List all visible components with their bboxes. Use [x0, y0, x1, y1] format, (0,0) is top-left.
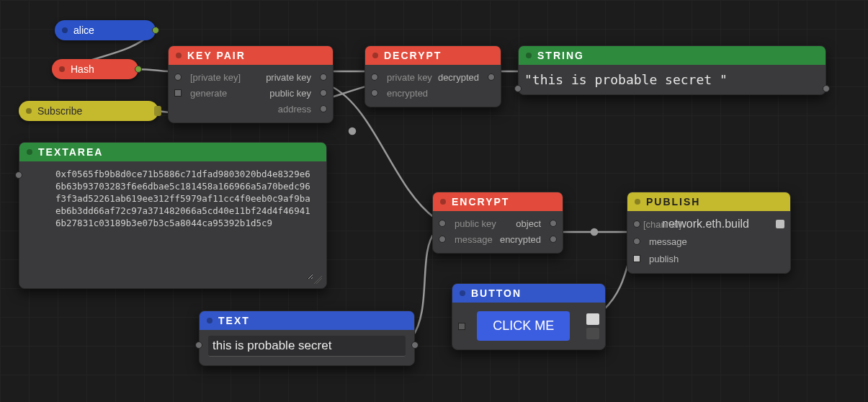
output-label: address — [278, 104, 311, 115]
input-label: message — [649, 236, 687, 247]
node-string[interactable]: STRING "this is probable secret " — [518, 45, 826, 95]
pill-label: alice — [73, 24, 94, 36]
node-title-bar[interactable]: TEXTAREA — [19, 143, 326, 161]
node-pill-hash[interactable]: Hash — [52, 59, 138, 79]
output-label: public key — [269, 88, 311, 99]
output-port[interactable] — [586, 328, 599, 339]
pill-label: Subscribe — [37, 105, 82, 117]
pill-label: Hash — [71, 63, 94, 75]
node-title-bar[interactable]: BUTTON — [452, 284, 605, 303]
input-port-encrypted[interactable] — [371, 89, 378, 97]
output-label: encrypted — [500, 234, 541, 245]
node-decrypt[interactable]: DECRYPT private key decrypted encrypted — [364, 45, 501, 107]
output-port-address[interactable] — [320, 105, 327, 112]
node-pill-alice[interactable]: alice — [55, 20, 156, 40]
input-port[interactable] — [458, 323, 465, 330]
input-port[interactable] — [15, 171, 22, 179]
node-keypair[interactable]: KEY PAIR [private key] private key gener… — [168, 45, 334, 123]
output-label: private key — [266, 72, 311, 83]
textarea-value[interactable]: 0xf0565fb9b8d0ce71b5886c71dfad9803020bd4… — [54, 166, 313, 280]
node-button[interactable]: BUTTON CLICK ME — [452, 283, 606, 350]
input-port-private-key[interactable] — [371, 73, 378, 81]
input-label: publish — [649, 254, 679, 264]
collapse-dot-icon[interactable] — [440, 199, 446, 205]
input-label: encrypted — [387, 88, 428, 99]
node-title-bar[interactable]: PUBLISH — [627, 192, 790, 211]
input-port-message[interactable] — [439, 236, 446, 243]
port-dot — [59, 66, 65, 72]
input-port-public-key[interactable] — [439, 220, 446, 227]
input-label: generate — [190, 88, 227, 99]
input-port-message[interactable] — [633, 238, 640, 245]
output-port-private-key[interactable] — [320, 73, 327, 81]
output-port[interactable] — [411, 341, 419, 349]
node-title: DECRYPT — [384, 50, 442, 61]
node-title: ENCRYPT — [452, 196, 509, 207]
output-port[interactable] — [823, 85, 830, 92]
node-title-bar[interactable]: TEXT — [200, 311, 414, 330]
node-title: STRING — [537, 50, 584, 61]
output-port[interactable] — [152, 27, 159, 34]
port-dot — [26, 108, 32, 114]
collapse-dot-icon[interactable] — [460, 290, 465, 296]
input-label: message — [455, 234, 493, 245]
node-title-bar[interactable]: KEY PAIR — [169, 46, 333, 65]
node-encrypt[interactable]: ENCRYPT public key object message encryp… — [432, 192, 563, 254]
node-text[interactable]: TEXT — [199, 311, 415, 366]
input-port-private-key[interactable] — [174, 73, 182, 81]
output-port[interactable] — [586, 313, 599, 325]
text-input[interactable] — [208, 336, 406, 357]
output-port-decrypted[interactable] — [488, 73, 495, 81]
input-port[interactable] — [514, 85, 522, 92]
node-publish[interactable]: PUBLISH [channel] network.eth.build mess… — [627, 192, 791, 274]
input-port-generate[interactable] — [174, 89, 182, 97]
output-port-encrypted[interactable] — [550, 236, 557, 243]
click-me-button[interactable]: CLICK ME — [477, 311, 570, 341]
node-textarea[interactable]: TEXTAREA 0xf0565fb9b8d0ce71b5886c71dfad9… — [19, 142, 327, 289]
string-value: "this is probable secret " — [519, 65, 826, 94]
node-title: KEY PAIR — [187, 50, 246, 61]
collapse-dot-icon[interactable] — [176, 53, 182, 58]
output-port-public-key[interactable] — [320, 89, 327, 97]
output-port-object[interactable] — [550, 220, 557, 227]
node-pill-subscribe[interactable]: Subscribe — [19, 101, 158, 121]
input-label: private key — [387, 72, 432, 83]
input-port[interactable] — [195, 341, 202, 349]
input-port-channel[interactable] — [633, 220, 640, 228]
node-title-bar[interactable]: STRING — [519, 46, 826, 65]
output-port[interactable] — [776, 220, 784, 228]
node-title-bar[interactable]: DECRYPT — [365, 46, 501, 65]
node-title-bar[interactable]: ENCRYPT — [433, 192, 563, 211]
collapse-dot-icon[interactable] — [526, 53, 532, 58]
port-dot — [62, 27, 68, 33]
output-port[interactable] — [154, 106, 161, 116]
output-label: object — [516, 218, 541, 229]
collapse-dot-icon[interactable] — [372, 53, 378, 58]
collapse-dot-icon[interactable] — [207, 318, 212, 323]
input-label: public key — [455, 218, 496, 229]
node-title: PUBLISH — [646, 196, 700, 207]
node-title: BUTTON — [471, 287, 522, 299]
node-title: TEXT — [218, 315, 250, 326]
trigger-port-publish[interactable] — [633, 255, 640, 262]
resize-handle-icon[interactable] — [313, 275, 322, 284]
output-port[interactable] — [135, 66, 142, 73]
node-title: TEXTAREA — [38, 146, 103, 158]
input-label: [channel] — [643, 219, 681, 230]
output-label: decrypted — [438, 72, 479, 83]
collapse-dot-icon[interactable] — [635, 199, 640, 205]
collapse-dot-icon[interactable] — [27, 149, 32, 155]
input-label: [private key] — [190, 72, 241, 83]
